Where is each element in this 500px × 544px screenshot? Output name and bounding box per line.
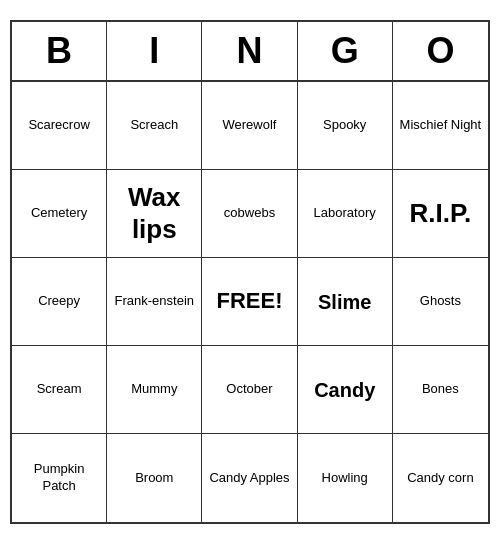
bingo-cell-2: Werewolf [202,82,297,170]
bingo-cell-6: Wax lips [107,170,202,258]
bingo-cell-13: Slime [298,258,393,346]
bingo-cell-5: Cemetery [12,170,107,258]
bingo-cell-22: Candy Apples [202,434,297,522]
header-letter-i: I [107,22,202,80]
header-letter-o: O [393,22,488,80]
bingo-cell-12: FREE! [202,258,297,346]
bingo-header: BINGO [12,22,488,82]
bingo-card: BINGO ScarecrowScreachWerewolfSpookyMisc… [10,20,490,524]
bingo-cell-15: Scream [12,346,107,434]
bingo-cell-8: Laboratory [298,170,393,258]
bingo-cell-9: R.I.P. [393,170,488,258]
bingo-cell-21: Broom [107,434,202,522]
bingo-cell-23: Howling [298,434,393,522]
bingo-cell-17: October [202,346,297,434]
bingo-cell-3: Spooky [298,82,393,170]
header-letter-n: N [202,22,297,80]
bingo-cell-24: Candy corn [393,434,488,522]
bingo-cell-18: Candy [298,346,393,434]
bingo-cell-0: Scarecrow [12,82,107,170]
bingo-cell-19: Bones [393,346,488,434]
bingo-cell-14: Ghosts [393,258,488,346]
header-letter-b: B [12,22,107,80]
header-letter-g: G [298,22,393,80]
bingo-cell-7: cobwebs [202,170,297,258]
bingo-cell-11: Frank-enstein [107,258,202,346]
bingo-grid: ScarecrowScreachWerewolfSpookyMischief N… [12,82,488,522]
bingo-cell-4: Mischief Night [393,82,488,170]
bingo-cell-16: Mummy [107,346,202,434]
bingo-cell-20: Pumpkin Patch [12,434,107,522]
bingo-cell-1: Screach [107,82,202,170]
bingo-cell-10: Creepy [12,258,107,346]
